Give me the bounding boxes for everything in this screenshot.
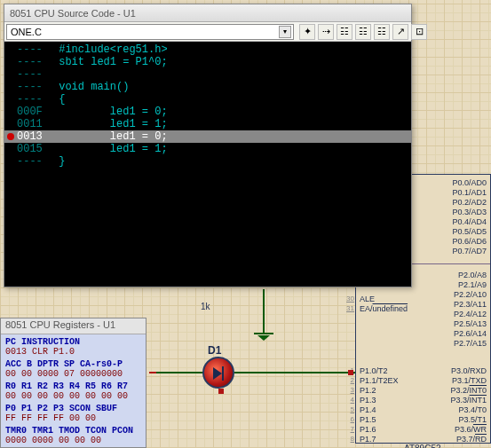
pin-label: P3.2/INT0 bbox=[450, 386, 487, 395]
pin-label: P0.5/AD5 bbox=[452, 227, 487, 236]
pin-label: P1.3 bbox=[360, 396, 376, 405]
pin-label: P2.0/A8 bbox=[458, 271, 487, 279]
pin-label: P3.7/RD bbox=[456, 435, 487, 444]
pin-label: P3.4/T0 bbox=[458, 405, 487, 414]
pin-label: P1.5 bbox=[360, 415, 376, 424]
pin-label: ALE bbox=[360, 295, 375, 303]
toolbar-button-3[interactable]: ☷ bbox=[355, 24, 371, 40]
pin-label: P2.2/A10 bbox=[454, 290, 487, 299]
code-address: ---- bbox=[17, 56, 52, 68]
code-line[interactable]: ---- } bbox=[4, 155, 411, 168]
toolbar-button-1[interactable]: ⇢ bbox=[318, 24, 334, 40]
breakpoint-gutter[interactable] bbox=[4, 106, 17, 118]
pin-label: P2.7/A15 bbox=[454, 339, 487, 348]
breakpoint-gutter[interactable] bbox=[4, 93, 17, 106]
code-text bbox=[52, 68, 59, 81]
register-header: P0 P1 P2 P3 SCON SBUF bbox=[5, 404, 141, 413]
register-value: 0000 0000 00 00 00 bbox=[5, 436, 141, 445]
diode-led[interactable] bbox=[202, 357, 234, 389]
code-line[interactable]: 0015 led1 = 1; bbox=[4, 143, 411, 155]
wire bbox=[263, 289, 265, 323]
pin-state-indicator bbox=[348, 370, 353, 375]
toolbar-button-6[interactable]: ⊡ bbox=[411, 24, 427, 40]
pin-number: 6 bbox=[344, 415, 354, 423]
code-line[interactable]: ---- bbox=[4, 68, 411, 81]
pin-label: P1.6 bbox=[360, 425, 376, 434]
pin-label: P2.6/A14 bbox=[454, 329, 487, 338]
code-text: void main() bbox=[52, 81, 129, 93]
pin-label: P0.7/AD7 bbox=[452, 247, 487, 255]
code-address: ---- bbox=[17, 81, 52, 93]
wire bbox=[234, 372, 355, 373]
pin-label: P3.1/TXD bbox=[452, 376, 487, 385]
code-text: sbit led1 = P1^0; bbox=[52, 56, 168, 68]
pin-label: P1.7 bbox=[360, 435, 376, 444]
register-header: TMR0 TMR1 TMOD TCON PCON bbox=[5, 426, 141, 436]
breakpoint-gutter[interactable] bbox=[4, 155, 17, 168]
chip-label: AT89C52 bbox=[404, 444, 441, 448]
pin-number: 7 bbox=[344, 425, 354, 433]
code-line[interactable]: ---- sbit led1 = P1^0; bbox=[4, 56, 411, 68]
registers-title[interactable]: 8051 CPU Registers - U1 bbox=[1, 318, 146, 334]
code-line[interactable]: 000F led1 = 0; bbox=[4, 106, 411, 118]
breakpoint-gutter[interactable] bbox=[4, 68, 17, 81]
source-toolbar: ONE.C ▾ ✦⇢☷☷☷↗⊡ bbox=[4, 22, 411, 42]
pin-label: P1.0/T2 bbox=[360, 366, 388, 375]
source-titlebar[interactable]: 8051 CPU Source Code - U1 bbox=[4, 4, 411, 22]
wire bbox=[154, 372, 204, 373]
pin-number: 4 bbox=[344, 396, 354, 404]
code-area[interactable]: ---- #include<reg51.h>---- sbit led1 = P… bbox=[4, 42, 411, 287]
pin-label: P2.3/A11 bbox=[454, 300, 487, 309]
resistor-label: 1k bbox=[201, 302, 210, 311]
code-line[interactable]: ---- #include<reg51.h> bbox=[4, 43, 411, 56]
pin-label: P3.6/WR bbox=[455, 425, 487, 434]
register-header: R0 R1 R2 R3 R4 R5 R6 R7 bbox=[5, 381, 141, 391]
chevron-down-icon[interactable]: ▾ bbox=[279, 26, 291, 38]
code-text: led1 = 1; bbox=[52, 143, 168, 155]
pin-label: P2.4/A12 bbox=[454, 310, 487, 318]
code-address: 0015 bbox=[17, 143, 52, 155]
register-header: ACC B DPTR SP CA-rs0-P bbox=[5, 359, 141, 369]
file-select[interactable]: ONE.C ▾ bbox=[6, 24, 294, 40]
file-name: ONE.C bbox=[11, 27, 42, 37]
code-text: } bbox=[52, 155, 65, 168]
code-line[interactable]: 0013 led1 = 0; bbox=[4, 130, 411, 143]
breakpoint-gutter[interactable] bbox=[4, 143, 17, 155]
diode-label: D1 bbox=[208, 344, 221, 357]
toolbar-button-2[interactable]: ☷ bbox=[337, 24, 352, 40]
code-line[interactable]: 0011 led1 = 1; bbox=[4, 118, 411, 130]
pin-label: P0.1/AD1 bbox=[452, 188, 487, 197]
pin-number: 5 bbox=[344, 405, 354, 413]
code-address: 0013 bbox=[17, 130, 52, 143]
source-code-window[interactable]: 8051 CPU Source Code - U1 ONE.C ▾ ✦⇢☷☷☷↗… bbox=[4, 4, 412, 287]
pin-number: 31 bbox=[344, 304, 354, 312]
code-address: ---- bbox=[17, 93, 52, 106]
breakpoint-gutter[interactable] bbox=[4, 43, 17, 56]
pin-number: 8 bbox=[344, 435, 354, 443]
breakpoint-gutter[interactable] bbox=[4, 130, 17, 143]
ground-symbol bbox=[254, 322, 273, 341]
code-text: led1 = 0; bbox=[52, 130, 168, 143]
pin-label: P2.1/A9 bbox=[458, 280, 487, 289]
register-value: FF FF FF FF 00 00 bbox=[5, 413, 141, 423]
register-value: 0013 CLR P1.0 bbox=[5, 347, 141, 357]
breakpoint-gutter[interactable] bbox=[4, 56, 17, 68]
register-value: 00 00 0000 07 00000000 bbox=[5, 369, 141, 379]
registers-window[interactable]: 8051 CPU Registers - U1 PC INSTRUCTION00… bbox=[0, 318, 147, 448]
pin-number: 30 bbox=[344, 295, 354, 303]
pin-label: P1.2 bbox=[360, 386, 376, 395]
toolbar-button-5[interactable]: ↗ bbox=[392, 24, 408, 40]
code-address: 0011 bbox=[17, 118, 52, 130]
pin-label: P1.4 bbox=[360, 405, 376, 414]
code-line[interactable]: ---- { bbox=[4, 93, 411, 106]
code-line[interactable]: ---- void main() bbox=[4, 81, 411, 93]
register-value: 00 00 00 00 00 00 00 00 bbox=[5, 391, 141, 401]
toolbar-button-0[interactable]: ✦ bbox=[299, 24, 315, 40]
pin-label: P0.4/AD4 bbox=[452, 217, 487, 226]
breakpoint-gutter[interactable] bbox=[4, 118, 17, 130]
pin-label: P0.2/AD2 bbox=[452, 198, 487, 207]
code-address: ---- bbox=[17, 68, 52, 81]
breakpoint-gutter[interactable] bbox=[4, 81, 17, 93]
toolbar-button-4[interactable]: ☷ bbox=[374, 24, 390, 40]
code-text: led1 = 0; bbox=[52, 106, 168, 118]
